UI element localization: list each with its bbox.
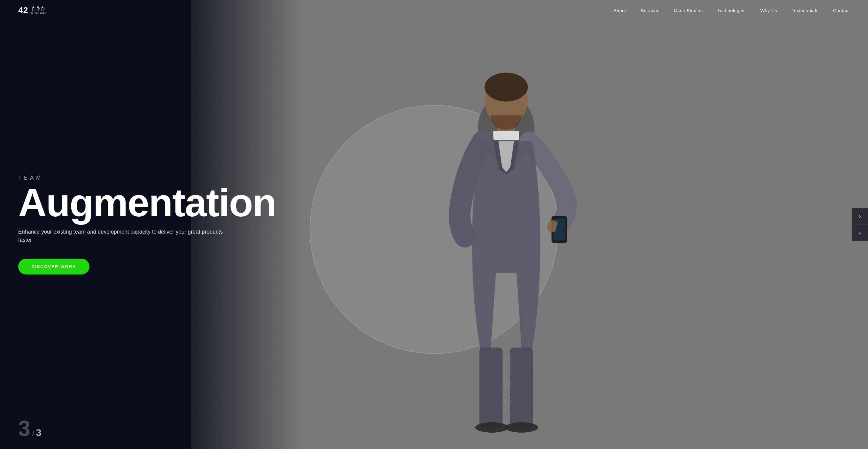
page-wrapper: 42 — [0, 0, 868, 449]
slide-separator: / — [32, 429, 34, 438]
nav-item-why-us[interactable]: Why Us — [760, 8, 777, 13]
hero-eyebrow: TEAM — [18, 175, 276, 181]
nav-item-services[interactable]: Services — [641, 8, 659, 13]
prev-slide-button[interactable]: ‹ — [851, 224, 868, 241]
nav-item-technologies[interactable]: Technologies — [717, 8, 746, 13]
hero-content: TEAM Augmentation Enhance your existing … — [18, 175, 276, 274]
hero-title: Augmentation — [18, 184, 276, 222]
main-nav: About Services Case Studies Technologies… — [614, 8, 850, 13]
svg-text:coffee cups: coffee cups — [31, 12, 46, 14]
slide-current: 3 — [18, 417, 30, 439]
nav-item-contact[interactable]: Contact — [833, 8, 850, 13]
hero-section: TEAM Augmentation Enhance your existing … — [0, 0, 868, 449]
svg-rect-5 — [493, 131, 519, 141]
hero-description: Enhance your existing team and developme… — [18, 228, 224, 244]
next-slide-button[interactable]: › — [851, 208, 868, 224]
nav-item-about[interactable]: About — [614, 8, 626, 13]
logo: 42 — [18, 5, 49, 15]
slide-total: 3 — [36, 427, 41, 438]
chevron-right-icon: › — [859, 213, 861, 220]
svg-point-8 — [475, 422, 508, 432]
svg-point-3 — [485, 72, 528, 101]
logo-cups-icon: coffee cups — [31, 6, 49, 14]
slide-counter: 3 / 3 — [18, 417, 41, 439]
person-figure — [403, 45, 609, 449]
nav-arrows: › ‹ — [851, 208, 868, 241]
svg-rect-6 — [479, 348, 503, 428]
header: 42 — [0, 0, 868, 21]
nav-item-case-studies[interactable]: Case Studies — [674, 8, 703, 13]
chevron-left-icon: ‹ — [859, 229, 861, 236]
svg-point-9 — [505, 422, 538, 432]
nav-item-testimonials[interactable]: Testimonials — [792, 8, 818, 13]
logo-number: 42 — [18, 5, 28, 15]
svg-rect-7 — [510, 348, 533, 428]
discover-work-button[interactable]: DISCOVER WORK — [18, 259, 90, 274]
